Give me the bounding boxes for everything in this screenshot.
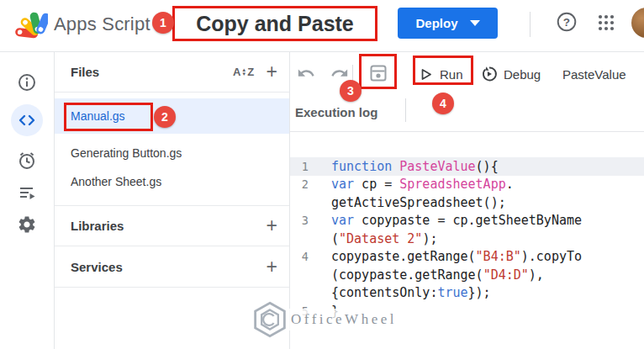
plus-icon: + bbox=[267, 62, 277, 82]
clock-icon bbox=[17, 151, 37, 171]
libraries-section: Libraries + bbox=[55, 205, 289, 246]
add-service-button[interactable]: + bbox=[267, 257, 277, 277]
code-text: var copypaste = cp.getSheetByName bbox=[331, 213, 582, 228]
avatar[interactable] bbox=[631, 8, 644, 38]
code-lines: 1function PasteValue(){2var cp = Spreads… bbox=[290, 157, 644, 320]
code-editor[interactable]: 1function PasteValue(){2var cp = Spreads… bbox=[290, 132, 644, 349]
files-title: Files bbox=[71, 65, 99, 79]
deploy-label: Deploy bbox=[415, 16, 457, 30]
deploy-button[interactable]: Deploy bbox=[398, 8, 498, 39]
save-button[interactable] bbox=[367, 63, 389, 85]
nav-executions-button[interactable] bbox=[17, 182, 37, 203]
line-number: 5 bbox=[290, 304, 309, 318]
undo-icon bbox=[297, 64, 315, 82]
editor-area: Run Debug PasteValue Execution log 1func… bbox=[290, 52, 644, 349]
gear-icon bbox=[17, 214, 37, 235]
undo-button[interactable] bbox=[295, 63, 317, 85]
chevron-down-icon bbox=[470, 20, 480, 26]
execution-log-divider bbox=[405, 98, 406, 122]
code-text: } bbox=[331, 304, 339, 319]
code-line[interactable]: 2var cp = SpreadsheetApp. bbox=[290, 176, 644, 194]
code-text: ("Dataset 2"); bbox=[331, 231, 437, 246]
sort-files-button[interactable]: A▲▼Z bbox=[231, 62, 256, 82]
file-name: Another Sheet.gs bbox=[71, 175, 161, 188]
nav-triggers-button[interactable] bbox=[17, 151, 37, 171]
app-name: Apps Script bbox=[54, 13, 150, 35]
code-text: (copypaste.getRange("D4:D"), bbox=[331, 267, 544, 283]
info-icon bbox=[17, 72, 37, 93]
play-icon bbox=[418, 66, 434, 82]
help-icon[interactable]: ? bbox=[555, 11, 578, 34]
file-item-manual-gs[interactable]: Manual.gs bbox=[55, 98, 289, 134]
plus-icon: + bbox=[267, 216, 277, 235]
redo-button[interactable] bbox=[329, 63, 351, 85]
plus-icon: + bbox=[267, 257, 277, 277]
code-line[interactable]: 5} bbox=[290, 302, 644, 320]
code-line[interactable]: 3var copypaste = cp.getSheetByName bbox=[290, 212, 644, 230]
line-number: 4 bbox=[290, 250, 309, 263]
file-name: Manual.gs bbox=[71, 109, 125, 123]
add-library-button[interactable]: + bbox=[267, 216, 277, 235]
apps-grid-icon[interactable] bbox=[595, 13, 617, 34]
code-line[interactable]: {contentsOnly:true}); bbox=[290, 284, 644, 303]
project-title[interactable]: Copy and Paste bbox=[172, 6, 377, 41]
code-text: copypaste.getRange("B4:B").copyTo bbox=[331, 249, 582, 264]
file-name: Generating Button.gs bbox=[71, 146, 182, 160]
sort-az-icon: A▲▼Z bbox=[233, 66, 254, 78]
svg-text:?: ? bbox=[563, 16, 570, 29]
file-item-generating-button-gs[interactable]: Generating Button.gs bbox=[55, 139, 289, 167]
add-file-button[interactable]: + bbox=[267, 62, 277, 82]
code-line[interactable]: 4copypaste.getRange("B4:B").copyTo bbox=[290, 248, 644, 267]
apps-script-window: Apps Script Copy and Paste Deploy ? bbox=[0, 0, 644, 349]
code-line[interactable]: getActiveSpreadsheet(); bbox=[290, 193, 644, 212]
left-nav-rail bbox=[0, 52, 55, 349]
redo-icon bbox=[330, 64, 349, 82]
file-list: Manual.gsGenerating Button.gsAnother She… bbox=[55, 93, 289, 196]
debug-icon bbox=[481, 66, 498, 82]
line-number: 3 bbox=[290, 214, 309, 227]
nav-overview-button[interactable] bbox=[17, 72, 37, 93]
code-line[interactable]: (copypaste.getRange("D4:D"), bbox=[290, 266, 644, 284]
code-text: {contentsOnly:true}); bbox=[331, 285, 491, 300]
line-number: 2 bbox=[290, 177, 309, 191]
code-text: function PasteValue(){ bbox=[331, 159, 499, 174]
topbar-divider bbox=[530, 12, 531, 37]
services-section: Services + bbox=[55, 246, 289, 288]
nav-settings-button[interactable] bbox=[17, 214, 37, 235]
code-line[interactable]: 1function PasteValue(){ bbox=[290, 157, 644, 176]
execution-log-tab[interactable]: Execution log bbox=[295, 99, 377, 124]
run-button[interactable]: Run bbox=[418, 63, 463, 85]
debug-button[interactable]: Debug bbox=[481, 63, 541, 85]
run-label: Run bbox=[440, 67, 463, 82]
editor-toolbar: Run Debug PasteValue Execution log bbox=[290, 52, 644, 132]
libraries-label: Libraries bbox=[71, 219, 124, 233]
nav-editor-button[interactable] bbox=[17, 110, 37, 130]
code-line[interactable]: ("Dataset 2"); bbox=[290, 230, 644, 248]
code-icon bbox=[17, 110, 37, 130]
code-text: var cp = SpreadsheetApp. bbox=[331, 177, 514, 192]
debug-label: Debug bbox=[504, 67, 541, 82]
file-item-another-sheet-gs[interactable]: Another Sheet.gs bbox=[55, 167, 289, 196]
main-body: Files A▲▼Z + Manual.gsGenerating Button.… bbox=[0, 52, 644, 349]
files-header: Files A▲▼Z + bbox=[55, 52, 289, 93]
code-text: getActiveSpreadsheet(); bbox=[331, 195, 506, 210]
toolbar-divider bbox=[352, 65, 353, 85]
apps-script-logo-icon bbox=[11, 10, 48, 45]
function-name: PasteValue bbox=[562, 67, 626, 82]
function-selector[interactable]: PasteValue bbox=[562, 63, 626, 85]
execution-log-label: Execution log bbox=[295, 105, 377, 119]
top-bar: Apps Script Copy and Paste Deploy ? bbox=[0, 0, 644, 52]
executions-icon bbox=[17, 182, 37, 203]
line-number: 1 bbox=[290, 160, 309, 173]
services-label: Services bbox=[71, 260, 123, 274]
save-icon bbox=[368, 63, 388, 83]
files-panel: Files A▲▼Z + Manual.gsGenerating Button.… bbox=[55, 52, 290, 349]
